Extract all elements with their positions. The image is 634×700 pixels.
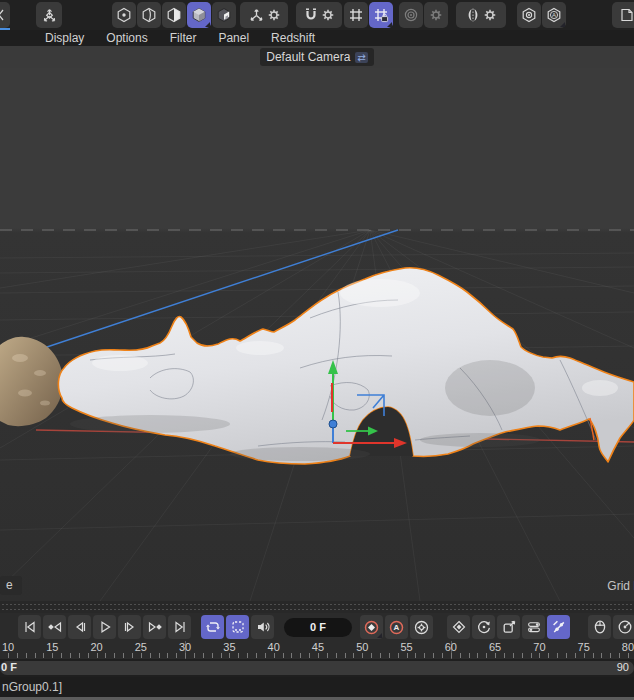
next-key-button[interactable] <box>143 615 166 639</box>
magnet-snap-button[interactable] <box>296 2 342 28</box>
timeline-range-bar[interactable]: 0 F 90 <box>0 659 634 677</box>
tan-scan-object[interactable] <box>0 337 63 426</box>
ruler-tick <box>504 653 505 658</box>
viewport-header: Default Camera ⇄ <box>0 46 634 68</box>
hexagon-half-shaded-icon[interactable] <box>162 2 186 28</box>
previous-key-button[interactable] <box>43 615 66 639</box>
ruler-tick <box>309 653 310 658</box>
ruler-frame-number: 15 <box>46 641 58 653</box>
ruler-tick <box>407 653 408 658</box>
ruler-frame-number: 55 <box>400 641 412 653</box>
sound-button[interactable] <box>251 615 274 639</box>
partial-tool-icon[interactable] <box>0 2 10 28</box>
menu-filter[interactable]: Filter <box>170 31 197 45</box>
ruler-tick <box>274 653 275 658</box>
symmetry-button[interactable] <box>456 2 506 28</box>
ruler-tick <box>495 653 496 658</box>
ruler-tick <box>70 653 71 658</box>
key-scale-button[interactable] <box>497 615 520 639</box>
hexagon-points-icon[interactable] <box>112 2 136 28</box>
page-partial-icon[interactable] <box>612 2 634 28</box>
ruler-tick <box>17 653 18 658</box>
gear-icon <box>267 8 281 22</box>
ruler-tick <box>105 653 106 658</box>
focus-dimmed-icon[interactable] <box>399 2 423 28</box>
ruler-tick <box>26 653 27 658</box>
ruler-tick <box>167 653 168 658</box>
ruler-tick <box>539 653 540 658</box>
ruler-tick <box>229 653 230 658</box>
ruler-frame-number: 10 <box>2 641 14 653</box>
ruler-tick <box>415 653 416 658</box>
hexagon-shaded-wire-icon[interactable] <box>212 2 236 28</box>
ruler-tick <box>442 653 443 658</box>
ruler-frame-number: 30 <box>179 641 191 653</box>
ruler-tick <box>203 653 204 658</box>
ruler-tick <box>318 653 319 658</box>
grid-icon[interactable] <box>344 2 368 28</box>
menu-display[interactable]: Display <box>45 31 84 45</box>
hexagon-animate-icon[interactable]: A <box>542 2 566 28</box>
axis-tripod-button[interactable] <box>240 2 288 28</box>
key-parameters-button[interactable] <box>522 615 545 639</box>
hexagon-shaded-icon[interactable] <box>187 2 211 28</box>
menu-options[interactable]: Options <box>106 31 147 45</box>
ruler-tick <box>327 653 328 658</box>
palette-grip[interactable] <box>0 601 634 613</box>
ruler-tick <box>513 653 514 658</box>
loop-mode-button[interactable] <box>201 615 224 639</box>
record-mouse-button[interactable] <box>588 615 611 639</box>
keyframe-selection-button[interactable] <box>226 615 249 639</box>
go-to-end-button[interactable] <box>168 615 191 639</box>
current-frame-field[interactable]: 0 F <box>284 618 352 637</box>
timeline-ruler[interactable]: 101520253035404550556065707580 <box>0 641 634 659</box>
ruler-tick <box>380 653 381 658</box>
ruler-tick <box>424 653 425 658</box>
ruler-tick <box>451 653 452 658</box>
ruler-tick <box>469 653 470 658</box>
keying-settings-button[interactable] <box>410 615 433 639</box>
ruler-tick <box>176 653 177 658</box>
go-to-start-button[interactable] <box>18 615 41 639</box>
ruler-frame-number: 65 <box>489 641 501 653</box>
key-pla-button[interactable] <box>547 615 570 639</box>
axis-tripod-icon <box>248 7 265 24</box>
ruler-tick <box>353 653 354 658</box>
play-button[interactable] <box>93 615 116 639</box>
selected-mesh[interactable] <box>58 268 634 464</box>
axis-modification-icon[interactable] <box>36 2 62 28</box>
ruler-frame-number: 70 <box>533 641 545 653</box>
gear-dimmed-icon[interactable] <box>424 2 448 28</box>
ruler-tick <box>557 653 558 658</box>
camera-swap-icon[interactable]: ⇄ <box>355 52 367 63</box>
menu-panel[interactable]: Panel <box>218 31 249 45</box>
ruler-tick <box>61 653 62 658</box>
ruler-tick <box>336 653 337 658</box>
ruler-tick <box>593 653 594 658</box>
ruler-tick <box>548 653 549 658</box>
grid-info-label: Grid D <box>607 579 634 593</box>
ruler-tick <box>238 653 239 658</box>
ruler-frame-number: 75 <box>578 641 590 653</box>
ruler-tick <box>300 653 301 658</box>
ruler-tick <box>194 653 195 658</box>
record-keyframe-button[interactable] <box>360 615 383 639</box>
previous-frame-button[interactable] <box>68 615 91 639</box>
ruler-tick <box>575 653 576 658</box>
camera-label[interactable]: Default Camera ⇄ <box>260 48 373 66</box>
key-position-button[interactable] <box>447 615 470 639</box>
range-slider[interactable] <box>0 661 634 675</box>
key-rotation-button[interactable] <box>472 615 495 639</box>
autokey-button[interactable]: A <box>385 615 408 639</box>
menu-redshift[interactable]: Redshift <box>271 31 315 45</box>
hexagon-isoparms-icon[interactable] <box>137 2 161 28</box>
magnet-snap-icon <box>303 7 319 23</box>
hexagon-eye-icon[interactable] <box>517 2 541 28</box>
viewport-3d[interactable]: e Grid D <box>0 68 634 601</box>
gizmo-origin-handle[interactable] <box>329 420 337 428</box>
ruler-tick <box>114 653 115 658</box>
next-frame-button[interactable] <box>118 615 141 639</box>
grid-lock-icon[interactable] <box>369 2 393 28</box>
ruler-frame-number: 50 <box>356 641 368 653</box>
dial-button[interactable] <box>613 615 634 639</box>
